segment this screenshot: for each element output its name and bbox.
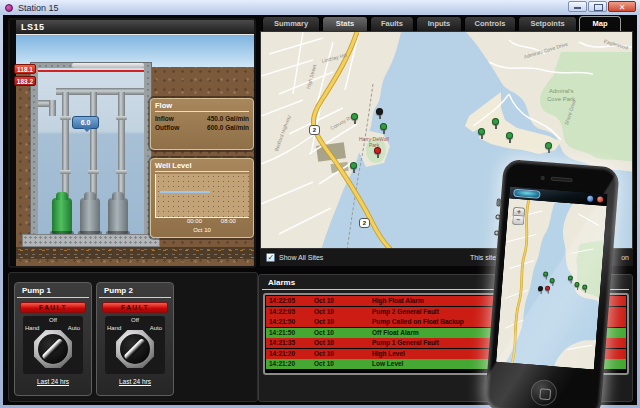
riser-pipe-2 bbox=[90, 92, 97, 204]
pump1-title: Pump 1 bbox=[17, 283, 89, 298]
float-setpoint-badge-bottom: 183.2 bbox=[14, 76, 36, 86]
submersible-pump-running[interactable] bbox=[52, 198, 72, 234]
well-level-title: Well Level bbox=[155, 161, 249, 172]
pump2-title: Pump 2 bbox=[99, 283, 171, 298]
x-tick-0800: 08:00 bbox=[221, 218, 236, 224]
alarm-time: 14:21:50 bbox=[266, 328, 314, 338]
site-pin-green[interactable] bbox=[506, 132, 513, 139]
pipe-flange bbox=[60, 116, 71, 120]
zoom-out-button[interactable]: − bbox=[512, 216, 525, 226]
pump2-history-link[interactable]: Last 24 hrs bbox=[97, 378, 173, 385]
well-level-chart bbox=[155, 174, 249, 218]
pipe-flange bbox=[116, 116, 127, 120]
inlet-drop-pipe bbox=[49, 100, 56, 116]
site-pin-green[interactable] bbox=[545, 142, 552, 149]
site-pin-red[interactable] bbox=[374, 147, 381, 154]
alarm-time: 14:21:20 bbox=[266, 349, 314, 359]
pump2-hoa-switch[interactable]: Off Hand Auto bbox=[105, 316, 165, 374]
brand-logo bbox=[513, 189, 541, 199]
submersible-pump-idle[interactable] bbox=[108, 198, 128, 234]
well-lid bbox=[72, 63, 144, 68]
pipe-flange bbox=[116, 170, 127, 174]
outflow-label: Outflow bbox=[155, 123, 179, 132]
close-button[interactable] bbox=[608, 1, 636, 12]
flow-panel: Flow Inflow 450.0 Gal/min Outflow 600.0 … bbox=[150, 98, 254, 150]
pump2-fault-banner: FAULT bbox=[102, 302, 168, 313]
hoa-auto-label: Auto bbox=[68, 325, 80, 331]
hoa-off-label: Off bbox=[23, 317, 83, 323]
alarm-time: 14:22:05 bbox=[266, 296, 314, 306]
pump1-hoa-switch[interactable]: Off Hand Auto bbox=[23, 316, 83, 374]
pump1-fault-banner: FAULT bbox=[20, 302, 86, 313]
window-title: Station 15 bbox=[18, 3, 59, 13]
site-pin-green[interactable] bbox=[492, 118, 499, 125]
alarm-date: Oct 10 bbox=[314, 359, 372, 369]
site-pin-green[interactable] bbox=[351, 113, 358, 120]
pump2-box: Pump 2 FAULT Off Hand Auto Last 24 hrs bbox=[96, 282, 174, 396]
inflow-value: 450.0 Gal/min bbox=[207, 114, 249, 123]
pipe-flange bbox=[88, 170, 99, 174]
inflow-label: Inflow bbox=[155, 114, 174, 123]
discharge-manifold-pipe bbox=[56, 88, 144, 95]
tab-faults[interactable]: Faults bbox=[370, 16, 414, 31]
poi-label-admirals-1: Admiral's bbox=[549, 88, 573, 94]
concrete-slab bbox=[22, 234, 160, 247]
minimize-button[interactable] bbox=[568, 1, 587, 12]
tab-setpoints[interactable]: Setpoints bbox=[518, 16, 577, 31]
refresh-icon[interactable] bbox=[587, 195, 593, 201]
station-name: LS15 bbox=[21, 22, 45, 32]
alarm-time: 14:21:50 bbox=[266, 317, 314, 327]
alarm-time: 14:22:05 bbox=[266, 307, 314, 317]
hoa-knob-center[interactable] bbox=[120, 334, 150, 364]
x-tick-0000: 00:00 bbox=[187, 218, 202, 224]
station-scene-panel: LS15 118.1 183.2 6.0 Flow bbox=[8, 18, 256, 268]
hoa-off-label: Off bbox=[105, 317, 165, 323]
tab-controls[interactable]: Controls bbox=[464, 16, 516, 31]
pipe-flange bbox=[60, 170, 71, 174]
window-titlebar[interactable]: Station 15 bbox=[0, 0, 640, 15]
float-setpoint-badge-top: 118.1 bbox=[14, 64, 36, 74]
well-level-panel: Well Level 00:00 08:00 Oct 10 bbox=[150, 158, 254, 238]
alarm-date: Oct 10 bbox=[314, 296, 372, 306]
tab-bar: Summary Stats Faults Inputs Controls Set… bbox=[258, 15, 637, 31]
gravel-layer bbox=[16, 247, 254, 259]
submersible-pump-idle[interactable] bbox=[80, 198, 100, 234]
maximize-button[interactable] bbox=[588, 1, 607, 12]
chart-date-label: Oct 10 bbox=[155, 227, 249, 233]
show-all-sites-checkbox[interactable] bbox=[266, 253, 275, 262]
alarm-date: Oct 10 bbox=[314, 349, 372, 359]
iphone-overlay: + − bbox=[484, 159, 619, 408]
alarm-time: 14:21:20 bbox=[266, 359, 314, 369]
hoa-hand-label: Hand bbox=[25, 325, 39, 331]
scene-header: LS15 bbox=[16, 20, 254, 35]
route-2-shield: 2 bbox=[309, 125, 320, 135]
alarm-time: 14:21:35 bbox=[266, 338, 314, 348]
site-pin-green[interactable] bbox=[478, 128, 485, 135]
alarm-date: Oct 10 bbox=[314, 328, 372, 338]
hoa-knob-center[interactable] bbox=[38, 334, 68, 364]
well-level-trend-line bbox=[160, 191, 210, 193]
tab-map[interactable]: Map bbox=[579, 16, 621, 31]
tab-inputs[interactable]: Inputs bbox=[416, 16, 462, 31]
route-2-shield: 2 bbox=[359, 218, 370, 228]
pump1-box: Pump 1 FAULT Off Hand Auto Last 24 hrs bbox=[14, 282, 92, 396]
map-zoom-controls: + − bbox=[512, 207, 525, 226]
riser-pipe-3 bbox=[118, 92, 125, 204]
site-note-tail: on bbox=[621, 254, 629, 261]
app-icon bbox=[5, 4, 13, 12]
alert-icon[interactable] bbox=[597, 196, 603, 202]
site-pin-green[interactable] bbox=[350, 162, 357, 169]
pump-controls-panel: Pump 1 FAULT Off Hand Auto Last 24 hrs P… bbox=[8, 272, 258, 402]
hoa-hand-label: Hand bbox=[107, 325, 121, 331]
alarm-date: Oct 10 bbox=[314, 317, 372, 327]
well-level-value-badge: 6.0 bbox=[72, 116, 99, 129]
hoa-auto-label: Auto bbox=[150, 325, 162, 331]
flow-panel-title: Flow bbox=[155, 101, 249, 112]
pump1-history-link[interactable]: Last 24 hrs bbox=[15, 378, 91, 385]
tab-stats[interactable]: Stats bbox=[322, 16, 368, 31]
alarm-date: Oct 10 bbox=[314, 338, 372, 348]
site-pin-green[interactable] bbox=[380, 123, 387, 130]
outflow-value: 600.0 Gal/min bbox=[207, 123, 249, 132]
site-pin-black[interactable] bbox=[376, 108, 383, 115]
tab-summary[interactable]: Summary bbox=[262, 16, 320, 31]
